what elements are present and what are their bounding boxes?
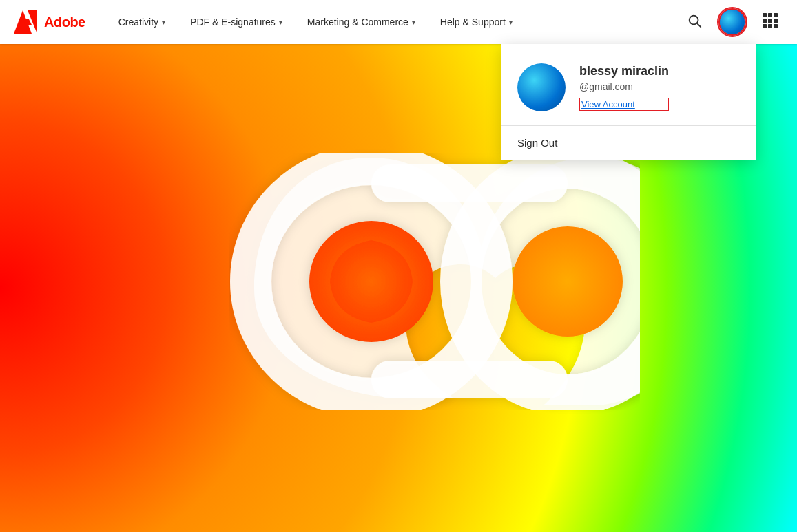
svg-rect-13 <box>774 24 778 28</box>
apps-grid-icon <box>763 13 778 28</box>
nav-right <box>681 8 783 37</box>
dropdown-avatar <box>517 63 566 111</box>
nav-links: Creativity ▾ PDF & E-signatures ▾ Market… <box>106 0 681 44</box>
nav-item-marketing[interactable]: Marketing & Commerce ▾ <box>295 0 428 44</box>
avatar-image <box>720 10 745 34</box>
svg-rect-7 <box>774 13 778 17</box>
nav-item-creativity[interactable]: Creativity ▾ <box>106 0 178 44</box>
search-button[interactable] <box>681 8 707 37</box>
svg-rect-9 <box>768 19 772 23</box>
chevron-down-icon: ▾ <box>162 19 165 26</box>
svg-rect-16 <box>371 164 568 202</box>
sign-out-button[interactable]: Sign Out <box>501 126 756 160</box>
dropdown-user-info: blessy miraclin @gmail.com View Account <box>579 64 669 111</box>
svg-rect-8 <box>763 19 767 23</box>
dropdown-username: blessy miraclin <box>579 64 669 78</box>
chevron-down-icon: ▾ <box>509 19 513 26</box>
dropdown-user-section: blessy miraclin @gmail.com View Account <box>501 44 756 125</box>
nav-item-help-label: Help & Support <box>440 17 506 28</box>
svg-rect-10 <box>774 19 778 23</box>
nav-item-pdf[interactable]: PDF & E-signatures ▾ <box>178 0 295 44</box>
nav-item-help[interactable]: Help & Support ▾ <box>428 0 525 44</box>
svg-line-4 <box>697 23 701 27</box>
svg-rect-11 <box>763 24 767 28</box>
user-dropdown-panel: blessy miraclin @gmail.com View Account … <box>501 44 756 160</box>
chevron-down-icon: ▾ <box>279 19 282 26</box>
adobe-logo[interactable]: Adobe <box>14 10 85 34</box>
view-account-link[interactable]: View Account <box>579 98 669 111</box>
nav-item-creativity-label: Creativity <box>118 17 158 28</box>
apps-grid-button[interactable] <box>757 8 783 37</box>
user-avatar-button[interactable] <box>718 8 746 36</box>
adobe-icon <box>14 10 37 34</box>
dropdown-email: @gmail.com <box>579 81 669 92</box>
nav-item-pdf-label: PDF & E-signatures <box>190 17 276 28</box>
nav-item-marketing-label: Marketing & Commerce <box>307 17 408 28</box>
svg-rect-17 <box>371 361 568 398</box>
svg-rect-12 <box>768 24 772 28</box>
svg-point-19 <box>513 226 623 337</box>
navbar: Adobe Creativity ▾ PDF & E-signatures ▾ … <box>0 0 797 44</box>
svg-rect-5 <box>763 13 767 17</box>
svg-rect-6 <box>768 13 772 17</box>
adobe-wordmark: Adobe <box>44 14 85 30</box>
chevron-down-icon: ▾ <box>412 19 415 26</box>
search-icon <box>687 13 702 28</box>
